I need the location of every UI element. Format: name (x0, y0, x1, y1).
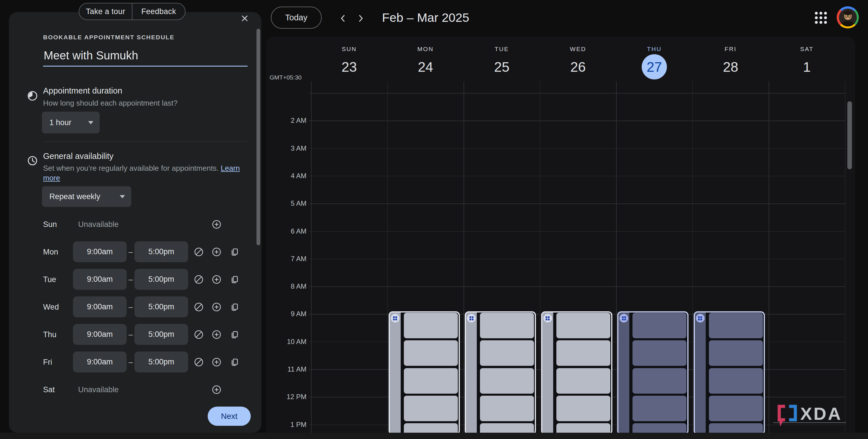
availability-row-mon: Mon9:00am–5:00pm (9, 238, 261, 266)
duration-subheading: How long should each appointment last? (43, 98, 244, 108)
appointment-slot[interactable] (480, 396, 534, 421)
availability-subheading: Set when you’re regularly available for … (43, 163, 244, 183)
schedule-title-input[interactable] (43, 47, 248, 67)
timezone-label: GMT+05:30 (266, 74, 302, 81)
mark-unavailable-button[interactable] (192, 328, 205, 341)
selected-day-number[interactable]: 27 (642, 54, 667, 79)
copy-times-button[interactable] (228, 300, 241, 314)
add-time-range-button[interactable] (210, 218, 223, 231)
calendar-scrollbar[interactable] (847, 101, 852, 169)
time-range-separator: – (127, 330, 135, 339)
add-time-range-button[interactable] (210, 328, 223, 341)
availability-row-thu: Thu9:00am–5:00pm (9, 321, 261, 348)
appointment-slot[interactable] (404, 368, 458, 394)
appointment-slot[interactable] (709, 396, 763, 421)
appointment-slot[interactable] (404, 396, 458, 421)
appointment-slot[interactable] (480, 340, 534, 366)
day-number[interactable]: 24 (413, 54, 438, 79)
day-number[interactable]: 25 (489, 54, 515, 79)
appointment-slot[interactable] (556, 313, 610, 338)
hour-label: 12 PM (272, 393, 307, 401)
start-time-field[interactable]: 9:00am (73, 324, 127, 345)
add-time-range-button[interactable] (210, 383, 223, 396)
booking-grid-icon (545, 316, 550, 321)
end-time-field[interactable]: 5:00pm (134, 324, 188, 345)
previous-week-button[interactable] (336, 11, 349, 25)
appointment-slot[interactable] (480, 313, 534, 338)
availability-block-wed[interactable] (541, 311, 612, 435)
day-gridline (845, 81, 846, 433)
add-icon (212, 220, 221, 229)
day-number[interactable]: 23 (337, 54, 362, 79)
add-time-range-button[interactable] (210, 245, 223, 259)
copy-times-button[interactable] (228, 328, 241, 341)
next-week-button[interactable] (354, 11, 368, 25)
availability-row-fri: Fri9:00am–5:00pm (9, 348, 261, 376)
day-number[interactable]: 26 (565, 54, 591, 79)
panel-scrollbar[interactable] (256, 29, 260, 245)
day-label: Thu (43, 330, 57, 339)
mark-unavailable-button[interactable] (192, 300, 205, 314)
add-time-range-button[interactable] (210, 273, 223, 286)
today-button[interactable]: Today (271, 7, 322, 29)
bottom-band (0, 433, 868, 439)
day-name: THU (616, 46, 692, 53)
day-number[interactable]: 1 (794, 54, 819, 79)
availability-strip (695, 312, 706, 434)
appointment-slot[interactable] (709, 313, 763, 338)
day-gridline (692, 81, 693, 433)
availability-block-thu[interactable] (617, 311, 688, 435)
mark-unavailable-button[interactable] (192, 245, 205, 259)
account-avatar[interactable] (837, 6, 859, 28)
availability-block-fri[interactable] (694, 311, 765, 435)
end-time-field[interactable]: 5:00pm (134, 241, 188, 262)
appointment-slot[interactable] (556, 396, 610, 421)
day-number-text: 24 (418, 59, 433, 75)
start-time-field[interactable]: 9:00am (73, 351, 127, 372)
feedback-button[interactable]: Feedback (132, 3, 185, 20)
appointment-slot[interactable] (556, 340, 610, 366)
close-button[interactable] (238, 11, 252, 25)
availability-block-mon[interactable] (389, 311, 460, 435)
appointment-slot[interactable] (709, 368, 763, 394)
chevron-right-icon (357, 13, 365, 24)
appointment-slot[interactable] (632, 368, 686, 394)
end-time-field[interactable]: 5:00pm (134, 351, 188, 372)
google-apps-button[interactable] (813, 10, 828, 25)
next-button[interactable]: Next (208, 407, 251, 426)
appointment-slot[interactable] (556, 368, 610, 394)
calendar-week-view: GMT+05:30 SUN23MON24TUE25WED26THU27FRI28… (266, 36, 855, 439)
repeat-select-value: Repeat weekly (50, 192, 100, 201)
appointment-slot[interactable] (709, 340, 763, 366)
day-label: Mon (43, 248, 58, 257)
appointment-slot[interactable] (404, 313, 458, 338)
mark-unavailable-button[interactable] (192, 273, 205, 286)
appointment-slot[interactable] (632, 396, 686, 421)
add-time-range-button[interactable] (210, 356, 223, 369)
repeat-select[interactable]: Repeat weekly (42, 186, 131, 207)
end-time-field[interactable]: 5:00pm (134, 296, 188, 317)
start-time-field[interactable]: 9:00am (73, 241, 127, 262)
copy-times-button[interactable] (228, 245, 241, 259)
day-gridline (540, 81, 540, 433)
time-range-separator: – (127, 303, 135, 312)
add-time-range-button[interactable] (210, 300, 223, 314)
day-number[interactable]: 28 (718, 54, 743, 79)
appointment-slot[interactable] (632, 340, 686, 366)
start-time-field[interactable]: 9:00am (73, 269, 127, 290)
take-a-tour-button[interactable]: Take a tour (79, 3, 132, 20)
end-time-field[interactable]: 5:00pm (134, 269, 188, 290)
duration-select[interactable]: 1 hour (42, 112, 100, 133)
day-header-tue: TUE25 (464, 36, 540, 82)
date-range-title: Feb – Mar 2025 (382, 11, 469, 25)
hour-label: 6 AM (272, 227, 307, 235)
appointment-slot[interactable] (404, 340, 458, 366)
day-name: SAT (769, 46, 845, 53)
start-time-field[interactable]: 9:00am (73, 296, 127, 317)
appointment-slot[interactable] (632, 313, 686, 338)
copy-times-button[interactable] (228, 273, 241, 286)
mark-unavailable-button[interactable] (192, 356, 205, 369)
copy-times-button[interactable] (228, 356, 241, 369)
appointment-slot[interactable] (480, 368, 534, 394)
availability-block-tue[interactable] (465, 311, 536, 435)
